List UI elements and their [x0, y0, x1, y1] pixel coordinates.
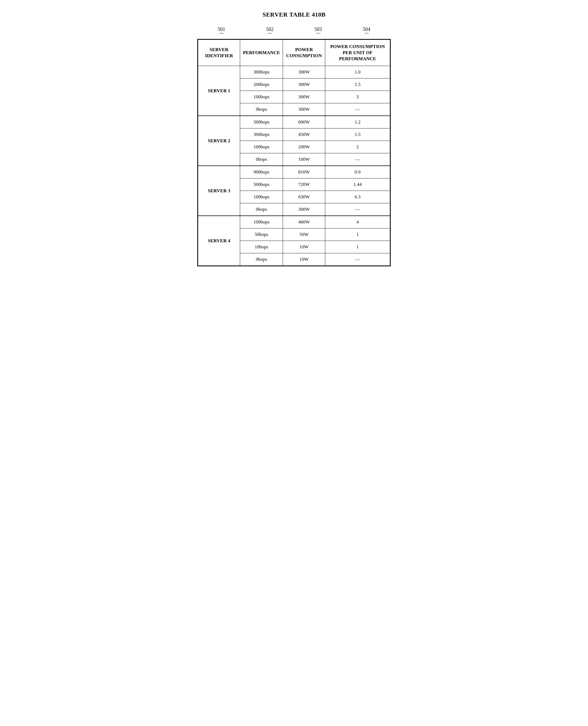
server-name-2: SERVER 2 — [198, 116, 240, 166]
cell-power: 10W — [283, 241, 325, 253]
cell-power: 630W — [283, 191, 325, 203]
server-name-4: SERVER 4 — [198, 216, 240, 266]
table-row: SERVER 1300bops300W1.0 — [198, 66, 390, 79]
cell-ratio: 1.2 — [325, 116, 390, 128]
cell-performance: 500bops — [240, 178, 283, 191]
cell-ratio: 1.5 — [325, 128, 390, 141]
cell-ratio: — — [325, 153, 390, 166]
cell-performance: 0bops — [240, 203, 283, 216]
cell-power: 810W — [283, 166, 325, 178]
ref-502: 502 ⌒ — [266, 26, 274, 39]
cell-performance: 100bops — [240, 141, 283, 153]
cell-power: 300W — [283, 203, 325, 216]
cell-power: 50W — [283, 229, 325, 241]
header-performance: PERFORMANCE — [240, 40, 283, 66]
ref-503: 503 ⌒ — [314, 26, 322, 39]
ref-number-502: 502 — [266, 26, 274, 32]
server-name-1: SERVER 1 — [198, 66, 240, 116]
cell-power: 400W — [283, 216, 325, 229]
cell-power: 300W — [283, 103, 325, 116]
table-row: SERVER 3900bops810W0.9 — [198, 166, 390, 178]
cell-ratio: 1.44 — [325, 178, 390, 191]
reference-numbers-row: 501 ⌒ 502 ⌒ 503 ⌒ 504 ⌒ — [197, 26, 391, 39]
table-row: SERVER 4100bops400W4 — [198, 216, 390, 229]
cell-ratio: 1 — [325, 241, 390, 253]
server-table: SERVER IDENTIFIER PERFORMANCE POWER CONS… — [198, 40, 390, 266]
header-power: POWER CONSUMPTION — [283, 40, 325, 66]
cell-performance: 500bops — [240, 116, 283, 128]
cell-power: 200W — [283, 141, 325, 153]
cell-power: 300W — [283, 79, 325, 91]
cell-performance: 300bops — [240, 128, 283, 141]
cell-performance: 300bops — [240, 66, 283, 79]
server-table-wrapper: SERVER IDENTIFIER PERFORMANCE POWER CONS… — [197, 39, 391, 266]
cell-performance: 0bops — [240, 153, 283, 166]
cell-ratio: — — [325, 203, 390, 216]
cell-performance: 50bops — [240, 229, 283, 241]
cell-performance: 10bops — [240, 241, 283, 253]
cell-power: 300W — [283, 91, 325, 103]
ref-arrow-501: ⌒ — [218, 33, 225, 39]
ref-number-504: 504 — [363, 26, 370, 32]
cell-power: 100W — [283, 153, 325, 166]
cell-ratio: 0.9 — [325, 166, 390, 178]
cell-ratio: — — [325, 103, 390, 116]
cell-performance: 100bops — [240, 191, 283, 203]
ref-arrow-502: ⌒ — [267, 33, 273, 39]
cell-power: 450W — [283, 128, 325, 141]
table-row: SERVER 2500bops600W1.2 — [198, 116, 390, 128]
header-server: SERVER IDENTIFIER — [198, 40, 240, 66]
cell-ratio: 6.3 — [325, 191, 390, 203]
ref-504: 504 ⌒ — [363, 26, 370, 39]
header-ratio: POWER CONSUMPTION PER UNIT OF PERFORMANC… — [325, 40, 390, 66]
cell-performance: 100bops — [240, 216, 283, 229]
cell-ratio: 1.0 — [325, 66, 390, 79]
cell-ratio: 2 — [325, 141, 390, 153]
cell-power: 720W — [283, 178, 325, 191]
ref-number-503: 503 — [314, 26, 322, 32]
ref-501: 501 ⌒ — [218, 26, 225, 39]
cell-power: 600W — [283, 116, 325, 128]
table-header-row: SERVER IDENTIFIER PERFORMANCE POWER CONS… — [198, 40, 390, 66]
cell-ratio: 3 — [325, 91, 390, 103]
ref-number-501: 501 — [218, 26, 225, 32]
cell-performance: 0bops — [240, 253, 283, 266]
cell-performance: 900bops — [240, 166, 283, 178]
cell-ratio: — — [325, 253, 390, 266]
cell-power: 300W — [283, 66, 325, 79]
cell-performance: 200bops — [240, 79, 283, 91]
cell-power: 10W — [283, 253, 325, 266]
cell-ratio: 1.5 — [325, 79, 390, 91]
cell-ratio: 1 — [325, 229, 390, 241]
ref-arrow-504: ⌒ — [364, 33, 370, 39]
page-container: SERVER TABLE 410B 501 ⌒ 502 ⌒ 503 ⌒ 504 … — [197, 11, 391, 266]
cell-performance: 0bops — [240, 103, 283, 116]
page-title: SERVER TABLE 410B — [262, 11, 326, 18]
server-name-3: SERVER 3 — [198, 166, 240, 216]
cell-performance: 100bops — [240, 91, 283, 103]
ref-arrow-503: ⌒ — [315, 33, 321, 39]
cell-ratio: 4 — [325, 216, 390, 229]
